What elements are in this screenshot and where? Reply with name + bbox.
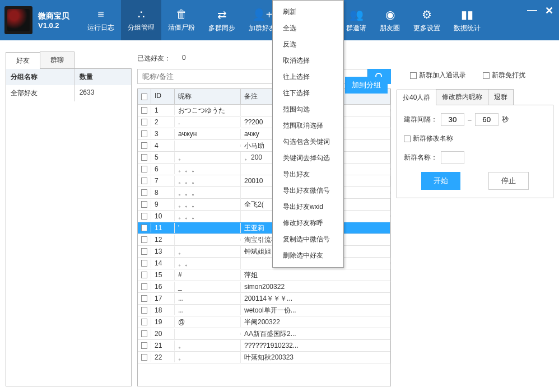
context-menu-item[interactable]: 关键词去掉勾选 — [273, 150, 343, 166]
toolbar-item-7[interactable]: 👥群邀请 — [339, 0, 373, 40]
tab-leave[interactable]: 退群 — [488, 89, 514, 105]
toolbar-icon: ≡ — [97, 8, 104, 21]
context-menu-item[interactable]: 勾选包含关键词 — [273, 134, 343, 150]
header-id: ID — [151, 89, 175, 104]
newname-input[interactable] — [441, 151, 464, 164]
toolbar-label: 多群同步 — [208, 24, 235, 33]
close-icon[interactable]: ✕ — [545, 4, 553, 17]
context-menu-item[interactable]: 取消选择 — [273, 53, 343, 69]
table-body[interactable]: 1おつこつゆうた2.??2003ачжуначжу4小马助5。。2006。。。7… — [138, 105, 390, 386]
app-version: V1.0.2 — [38, 21, 69, 30]
group-header-count: 数量 — [75, 69, 131, 85]
table-row[interactable]: 10。。。 — [138, 211, 390, 222]
context-menu-item[interactable]: 刷新 — [273, 4, 343, 20]
table-row[interactable]: 5。。200 — [138, 152, 390, 164]
context-menu-item[interactable]: 范围取消选择 — [273, 118, 343, 134]
context-menu-item[interactable]: 导出好友 — [273, 166, 343, 183]
context-menu-item[interactable]: 复制选中微信号 — [273, 231, 343, 248]
context-menu-item[interactable]: 导出好友wxid — [273, 199, 343, 215]
toolbar-item-2[interactable]: 🗑清僵尸粉 — [161, 0, 202, 40]
toolbar-item-10[interactable]: ▮▮数据统计 — [447, 0, 487, 40]
group-header: 分组名称 数量 — [6, 69, 131, 85]
window-controls: — ✕ — [527, 4, 553, 17]
group-list: 分组名称 数量 全部好友2633 — [6, 69, 132, 386]
tab-rename[interactable]: 修改群内昵称 — [436, 89, 488, 105]
toolbar-icon: ▮▮ — [461, 8, 473, 21]
center-panel: 已选好友： 0 ID 昵称 备注 1おつこつゆうた2.??2003ачжунач… — [137, 52, 391, 386]
context-menu-item[interactable]: 修改好友称呼 — [273, 215, 343, 231]
selected-label: 已选好友： — [137, 54, 171, 63]
table-row[interactable]: 3ачжуначжу — [138, 128, 390, 140]
toolbar-label: 分组管理 — [128, 23, 155, 32]
toolbar-icon: 🗑 — [176, 8, 187, 21]
context-menu-item[interactable]: 全选 — [273, 20, 343, 36]
toolbar-label: 更多设置 — [413, 24, 440, 33]
interval-sep: – — [468, 116, 472, 124]
check-rename-group[interactable]: 新群修改名称 — [404, 134, 453, 143]
toolbar-item-1[interactable]: ⛬分组管理 — [121, 0, 161, 40]
header-nick: 昵称 — [175, 89, 241, 104]
tab-groups[interactable]: 群聊 — [40, 52, 74, 68]
check-no-disturb[interactable]: 新群免打扰 — [483, 71, 525, 80]
toolbar-icon: ⛬ — [136, 8, 147, 21]
stop-button[interactable]: 停止 — [488, 172, 529, 190]
selected-count: 0 — [182, 54, 186, 63]
toolbar-icon: ◉ — [385, 8, 395, 21]
right-checkbox-row: 新群加入通讯录 新群免打扰 — [397, 68, 553, 87]
rename-check-row: 新群修改名称 — [404, 134, 546, 143]
check-add-contacts[interactable]: 新群加入通讯录 — [410, 71, 466, 80]
toolbar-item-9[interactable]: ⚙更多设置 — [407, 0, 447, 40]
table-row[interactable]: 13。钟斌姐姐 200323 — [138, 246, 390, 258]
table-row[interactable]: 9。。。全飞2( — [138, 199, 390, 211]
table-row[interactable]: 21。??????1910232... — [138, 340, 390, 352]
tab-friends[interactable]: 好友 — [6, 52, 40, 69]
add-to-group-button[interactable]: 加到分组 — [345, 77, 388, 94]
toolbar-icon: 👥 — [350, 8, 364, 21]
table-row[interactable]: 12淘宝引流客户推... — [138, 234, 390, 246]
table-row[interactable]: 17...200114￥￥￥... — [138, 293, 390, 305]
context-menu: 刷新全选反选取消选择往上选择往下选择范围勾选范围取消选择勾选包含关键词关键词去掉… — [272, 0, 344, 268]
context-menu-item[interactable]: 往下选择 — [273, 85, 343, 101]
start-button[interactable]: 开始 — [421, 172, 460, 190]
interval-sec: 秒 — [502, 115, 509, 124]
header-checkbox[interactable] — [138, 89, 151, 104]
table-row[interactable]: 8。。。 — [138, 187, 390, 199]
tab-pull40[interactable]: 拉40人群 — [397, 90, 436, 105]
table-row[interactable]: 22。叶落知秋200323 — [138, 352, 390, 363]
table-row[interactable]: 20AA新百盛国际2... — [138, 328, 390, 340]
newname-row: 新群名称： — [404, 151, 546, 164]
interval-min-input[interactable] — [441, 113, 464, 126]
table-row[interactable]: 15#萍姐 — [138, 269, 390, 281]
table-row[interactable]: 7。。。20010 — [138, 175, 390, 187]
context-menu-item[interactable]: 删除选中好友 — [273, 248, 343, 264]
left-panel: 好友 群聊 分组名称 数量 全部好友2633 — [6, 52, 132, 386]
table-row[interactable]: 1おつこつゆうた — [138, 105, 390, 116]
context-menu-item[interactable]: 反选 — [273, 36, 343, 53]
toolbar-item-8[interactable]: ◉朋友圈 — [373, 0, 407, 40]
table-row[interactable]: 16_simon200322 — [138, 281, 390, 293]
table-row[interactable]: 4小马助 — [138, 140, 390, 152]
table-row[interactable]: 14。。 — [138, 258, 390, 269]
interval-row: 建群间隔： – 秒 — [404, 113, 546, 126]
newname-label: 新群名称： — [404, 153, 437, 162]
table-row[interactable]: 11'王亚莉 — [138, 222, 390, 234]
toolbar-label: 朋友圈 — [380, 24, 400, 33]
table-row[interactable]: 6。。。 — [138, 164, 390, 175]
avatar — [4, 6, 32, 34]
table-row[interactable]: 2.??200 — [138, 116, 390, 128]
action-button-row: 开始 停止 — [404, 172, 546, 190]
app-name: 微商宝贝 — [38, 11, 69, 21]
selected-count-row: 已选好友： 0 — [137, 52, 391, 69]
group-row[interactable]: 全部好友2633 — [6, 85, 131, 101]
context-menu-item[interactable]: 往上选择 — [273, 69, 343, 85]
toolbar-icon: ⚙ — [422, 8, 432, 21]
table-row[interactable]: 19@半阑200322 — [138, 316, 390, 328]
context-menu-item[interactable]: 范围勾选 — [273, 101, 343, 118]
toolbar-label: 数据统计 — [454, 24, 481, 33]
interval-max-input[interactable] — [475, 113, 499, 126]
toolbar-item-3[interactable]: ⇄多群同步 — [202, 0, 242, 40]
table-row[interactable]: 18...wetool单开一份... — [138, 305, 390, 316]
context-menu-item[interactable]: 导出好友微信号 — [273, 183, 343, 199]
toolbar-item-0[interactable]: ≡运行日志 — [81, 0, 121, 40]
minimize-icon[interactable]: — — [527, 4, 537, 17]
